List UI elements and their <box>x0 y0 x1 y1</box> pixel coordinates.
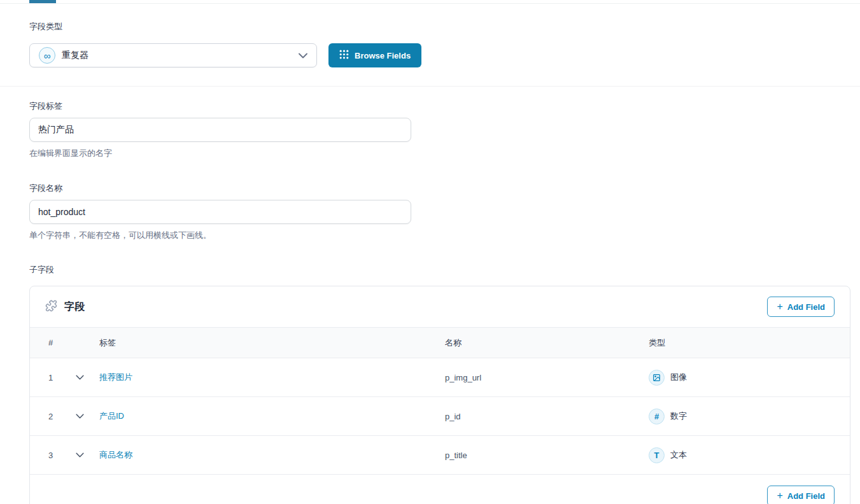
column-header-name: 名称 <box>445 337 649 349</box>
row-field-label-link[interactable]: 产品ID <box>99 411 124 421</box>
field-name-section: 字段名称 单个字符串，不能有空格，可以用横线或下画线。 <box>0 159 860 241</box>
add-field-top-label: Add Field <box>787 302 825 312</box>
field-label-input[interactable] <box>29 118 411 142</box>
field-type-selected-value: 重复器 <box>62 50 292 61</box>
row-number: 2 <box>48 412 76 421</box>
image-icon <box>649 370 665 386</box>
add-field-button-bottom[interactable]: + Add Field <box>767 486 835 504</box>
table-row: 3 商品名称 p_title T 文本 <box>30 436 850 475</box>
sub-fields-panel-footer: + Add Field <box>30 475 850 504</box>
browse-fields-label: Browse Fields <box>355 51 411 60</box>
row-number: 3 <box>48 451 76 460</box>
field-type-section: 字段类型 ∞ 重复器 Browse Fields <box>0 4 860 67</box>
infinity-icon: ∞ <box>39 47 55 64</box>
field-type-label: 字段类型 <box>29 21 831 32</box>
text-icon: T <box>649 447 665 463</box>
sub-fields-panel-title: 字段 <box>64 300 85 314</box>
row-number: 1 <box>48 373 76 382</box>
table-row: 2 产品ID p_id # 数字 <box>30 397 850 436</box>
row-expand-chevron-icon[interactable] <box>76 414 99 419</box>
plus-icon: + <box>777 302 782 312</box>
row-expand-chevron-icon[interactable] <box>76 452 99 458</box>
add-field-button-top[interactable]: + Add Field <box>767 297 835 317</box>
field-name-input[interactable] <box>29 200 411 224</box>
sub-fields-label: 子字段 <box>29 264 860 276</box>
column-header-label: 标签 <box>99 337 445 349</box>
sub-fields-panel: 字段 + Add Field # 标签 名称 类型 1 推荐 <box>29 286 850 504</box>
row-field-type: 图像 <box>670 372 687 383</box>
chevron-down-icon <box>299 53 307 59</box>
row-field-name: p_title <box>445 451 649 460</box>
column-header-type: 类型 <box>649 337 850 349</box>
table-row: 1 推荐图片 p_img_url 图像 <box>30 358 850 397</box>
puzzle-icon <box>45 300 57 314</box>
row-field-name: p_id <box>445 412 649 421</box>
field-label-help: 在编辑界面显示的名字 <box>29 148 831 159</box>
number-icon: # <box>649 409 665 424</box>
row-field-label-link[interactable]: 推荐图片 <box>99 372 132 382</box>
active-tab-indicator <box>29 0 56 3</box>
sub-fields-panel-header: 字段 + Add Field <box>30 286 850 327</box>
field-name-help: 单个字符串，不能有空格，可以用横线或下画线。 <box>29 230 831 241</box>
row-expand-chevron-icon[interactable] <box>76 375 99 380</box>
field-label-label: 字段标签 <box>29 101 831 112</box>
row-field-label-link[interactable]: 商品名称 <box>99 450 132 459</box>
sub-fields-section: 子字段 字段 + Add Field # <box>0 241 860 504</box>
field-label-section: 字段标签 在编辑界面显示的名字 <box>0 87 860 159</box>
table-header-row: # 标签 名称 类型 <box>30 327 850 358</box>
plus-icon: + <box>777 491 782 501</box>
add-field-bottom-label: Add Field <box>787 491 825 501</box>
tab-bar <box>0 0 860 4</box>
page: 字段类型 ∞ 重复器 Browse Fields <box>0 0 860 504</box>
row-field-type: 文本 <box>670 449 687 461</box>
grid-dots-icon <box>339 50 349 61</box>
field-name-label: 字段名称 <box>29 183 831 194</box>
row-field-type: 数字 <box>670 410 687 422</box>
row-field-name: p_img_url <box>445 373 649 382</box>
browse-fields-button[interactable]: Browse Fields <box>328 43 421 67</box>
column-header-num: # <box>48 338 76 347</box>
field-type-select[interactable]: ∞ 重复器 <box>29 43 317 67</box>
